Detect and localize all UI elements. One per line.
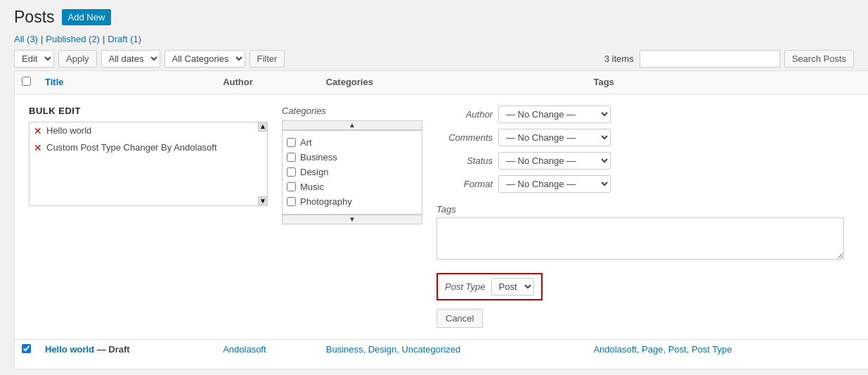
apply-button[interactable]: Apply <box>58 50 97 68</box>
post-draft-label: — Draft <box>97 344 130 355</box>
items-count: 3 items <box>604 53 634 64</box>
row-comment-cell: — <box>861 339 868 369</box>
tags-section: Tags <box>436 204 844 262</box>
post-type-section: Post Type Post <box>436 273 844 300</box>
post-title-link[interactable]: Hello world <box>45 344 94 355</box>
remove-post-icon[interactable]: ✕ <box>34 125 42 136</box>
filter-published-link[interactable]: Published (2) <box>46 34 100 44</box>
cat-label: Design <box>300 167 328 177</box>
search-posts-button[interactable]: Search Posts <box>784 50 854 68</box>
category-item: Art <box>287 135 417 150</box>
author-column-header: Author <box>216 70 319 94</box>
comments-field-row: Comments — No Change — <box>436 129 844 146</box>
format-label: Format <box>436 179 493 189</box>
cancel-button[interactable]: Cancel <box>436 309 483 328</box>
format-select[interactable]: — No Change — <box>498 175 611 193</box>
filter-button[interactable]: Filter <box>250 50 285 68</box>
check-all-header <box>15 70 39 94</box>
format-field-row: Format — No Change — <box>436 175 844 193</box>
dates-filter-select[interactable]: All dates <box>101 50 160 68</box>
status-field-row: Status — No Change — <box>436 152 844 170</box>
status-label: Status <box>436 155 493 166</box>
bulk-edit-title: BULK EDIT <box>29 106 282 116</box>
search-input[interactable] <box>640 50 780 68</box>
bulk-post-title: Hello world <box>46 125 91 136</box>
post-type-select[interactable]: Post <box>491 278 534 295</box>
category-item: Photography <box>287 194 417 209</box>
bulk-post-title: Custom Post Type Changer By Andolasoft <box>46 142 217 153</box>
cat-label: Art <box>300 137 312 148</box>
categories-column-header: Categories <box>319 70 587 94</box>
action-buttons: Cancel Update <box>436 309 868 328</box>
cat-label: Photography <box>300 196 352 207</box>
row-author-cell: Andolasoft <box>216 339 319 369</box>
author-field-row: Author — No Change — <box>436 106 844 123</box>
bulk-edit-cell: BULK EDIT ✕ Hello world ✕ Custo <box>15 94 869 339</box>
row-checkbox[interactable] <box>22 344 31 353</box>
categories-link[interactable]: Business, Design, Uncategorized <box>326 344 461 355</box>
row-checkbox-cell <box>15 339 39 369</box>
category-item: Music <box>287 179 417 194</box>
filter-draft-link[interactable]: Draft (1) <box>108 34 141 44</box>
tags-label: Tags <box>436 204 844 215</box>
categories-label: Categories <box>282 106 436 116</box>
status-select[interactable]: — No Change — <box>498 152 611 170</box>
bulk-edit-row: BULK EDIT ✕ Hello world ✕ Custo <box>15 94 869 339</box>
cat-checkbox-music[interactable] <box>287 182 296 191</box>
cat-checkbox-design[interactable] <box>287 167 296 177</box>
bulk-post-item: ✕ Custom Post Type Changer By Andolasoft <box>30 139 267 156</box>
posts-table: Title Author Categories Tags 💬 Date Post… <box>14 70 868 369</box>
posts-scroll-down[interactable]: ▼ <box>258 196 268 206</box>
remove-post-icon[interactable]: ✕ <box>34 142 42 153</box>
cats-scroll-down[interactable]: ▼ <box>282 215 422 224</box>
cat-label: Music <box>300 182 324 192</box>
bulk-post-item: ✕ Hello world <box>30 122 267 139</box>
row-title-cell: Hello world — Draft <box>38 339 216 369</box>
categories-filter-select[interactable]: All Categories <box>164 50 245 68</box>
post-type-label: Post Type <box>445 281 486 292</box>
category-item: Design <box>287 165 417 179</box>
comments-label: Comments <box>436 132 493 143</box>
filter-all-link[interactable]: All (3) <box>14 34 38 44</box>
tags-column-header: Tags <box>586 70 861 94</box>
cat-label: Business <box>300 152 337 163</box>
tags-textarea[interactable] <box>436 217 844 260</box>
page-title: Posts <box>14 7 55 28</box>
cat-checkbox-business[interactable] <box>287 153 296 162</box>
check-all-checkbox[interactable] <box>22 77 31 86</box>
add-new-button[interactable]: Add New <box>62 9 112 25</box>
row-tags-cell: Andolasoft, Page, Post, Post Type <box>586 339 861 369</box>
bulk-edit-posts-list: ✕ Hello world ✕ Custom Post Type Changer… <box>29 122 268 206</box>
table-row: Hello world — Draft Andolasoft Business,… <box>15 339 869 369</box>
categories-list: Art Business Design <box>282 130 422 215</box>
posts-scroll-up[interactable]: ▲ <box>258 122 268 132</box>
cat-checkbox-photography[interactable] <box>287 197 296 206</box>
cats-scroll-up[interactable]: ▲ <box>282 120 422 130</box>
author-link[interactable]: Andolasoft <box>223 344 266 355</box>
cat-checkbox-art[interactable] <box>287 138 296 147</box>
row-categories-cell: Business, Design, Uncategorized <box>319 339 587 369</box>
comments-select[interactable]: — No Change — <box>498 129 611 146</box>
bulk-action-select[interactable]: Edit <box>14 50 54 68</box>
filter-links: All (3) | Published (2) | Draft (1) <box>14 34 854 44</box>
category-item: Business <box>287 150 417 165</box>
author-label: Author <box>436 109 493 120</box>
comment-column-header: 💬 <box>861 70 868 94</box>
author-select[interactable]: — No Change — <box>498 106 611 123</box>
tags-link[interactable]: Andolasoft, Page, Post, Post Type <box>593 344 732 355</box>
title-column-header: Title <box>38 70 216 94</box>
